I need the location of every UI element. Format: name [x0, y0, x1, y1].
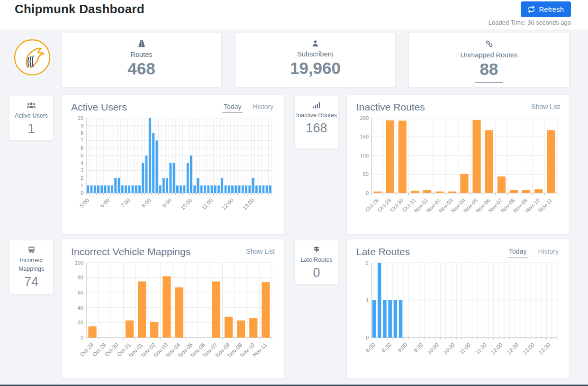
svg-text:8:00: 8:00 — [140, 197, 152, 209]
svg-text:100: 100 — [360, 153, 369, 158]
svg-text:100: 100 — [75, 260, 83, 266]
svg-text:5:00: 5:00 — [79, 197, 90, 209]
svg-text:12:00: 12:00 — [221, 197, 235, 211]
mini-card-inactive-routes: Inactive Routes 168 — [295, 96, 338, 148]
mini-label-incorrect-mappings: Incorrect Mappings — [9, 256, 53, 273]
tab-history-active-users[interactable]: History — [251, 103, 275, 113]
svg-text:13:00: 13:00 — [242, 197, 255, 211]
mini-card-incorrect-mappings: Incorrect Mappings 74 — [9, 240, 53, 294]
signal-bars-icon — [312, 101, 321, 110]
tab-today-late-routes[interactable]: Today — [507, 248, 528, 257]
mini-value-active-users: 1 — [9, 121, 53, 136]
svg-text:6:00: 6:00 — [99, 197, 110, 209]
svg-text:12:30: 12:30 — [506, 342, 520, 356]
stat-value-subscribers: 19,960 — [235, 59, 395, 78]
refresh-label: Refresh — [539, 5, 564, 13]
svg-text:2: 2 — [366, 260, 369, 266]
svg-text:0: 0 — [366, 335, 369, 340]
svg-text:50: 50 — [363, 171, 369, 177]
svg-text:10:00: 10:00 — [180, 197, 193, 211]
svg-text:2: 2 — [81, 175, 83, 181]
svg-text:Oct-30: Oct-30 — [104, 342, 119, 358]
mini-card-active-users: Active Users 1 — [9, 96, 53, 140]
stat-label-routes: Routes — [62, 51, 221, 58]
stat-label-unmapped: Unmapped Routes — [409, 51, 569, 59]
svg-text:Oct-30: Oct-30 — [389, 197, 405, 213]
panel-title-active-users: Active Users — [71, 101, 127, 113]
svg-text:5: 5 — [81, 153, 83, 158]
svg-text:1: 1 — [81, 183, 83, 188]
svg-text:1: 1 — [366, 297, 369, 303]
active-users-chart: 0123456789105:006:007:008:009:0010:0011:… — [71, 114, 275, 225]
stat-value-unmapped: 88 — [409, 60, 569, 79]
stat-card-subscribers: Subscribers 19,960 — [235, 33, 395, 87]
stat-value-routes: 468 — [62, 60, 221, 78]
svg-text:6: 6 — [81, 145, 83, 151]
svg-text:0: 0 — [81, 335, 83, 340]
svg-text:150: 150 — [360, 134, 369, 139]
refresh-icon — [528, 6, 535, 13]
svg-text:Oct-28: Oct-28 — [79, 342, 95, 358]
svg-text:Oct-28: Oct-28 — [364, 197, 380, 213]
svg-text:13:00: 13:00 — [522, 342, 535, 356]
users-group-icon — [27, 101, 36, 110]
incorrect-mappings-chart: 020406080100Oct-28Oct-29Oct-30Oct-31Nov-… — [71, 259, 275, 370]
loaded-time: Loaded Time: 36 seconds ago — [488, 19, 571, 26]
panel-inactive-routes: Inactive Routes Show List 050100150200Oc… — [347, 95, 570, 234]
user-icon — [311, 39, 319, 49]
mini-label-late-routes: Late Routes — [295, 256, 338, 264]
svg-text:40: 40 — [78, 305, 83, 311]
active-users-tabs: Today History — [222, 101, 275, 113]
late-routes-tabs: Today History — [507, 246, 560, 257]
tab-history-late-routes[interactable]: History — [536, 248, 560, 257]
inactive-routes-chart: 050100150200Oct-28Oct-29Oct-30Oct-31Nov-… — [356, 114, 560, 225]
svg-text:9:30: 9:30 — [412, 342, 424, 353]
svg-text:8:00: 8:00 — [365, 342, 376, 353]
panel-active-users: Active Users Today History 0123456789105… — [62, 95, 284, 234]
svg-text:13:30: 13:30 — [538, 342, 552, 356]
panel-late-routes: Late Routes Today History 0128:008:309:0… — [347, 239, 570, 378]
mini-value-inactive-routes: 168 — [295, 121, 338, 136]
mini-card-late-routes: Late Routes 0 — [295, 240, 338, 284]
svg-text:11:00: 11:00 — [458, 342, 471, 355]
svg-text:10:00: 10:00 — [426, 342, 440, 356]
map-signs-icon — [313, 246, 320, 254]
svg-text:20: 20 — [78, 320, 83, 325]
svg-text:Oct-29: Oct-29 — [377, 197, 392, 213]
svg-text:80: 80 — [78, 275, 83, 280]
road-icon — [137, 39, 146, 49]
panel-title-inactive-routes: Inactive Routes — [356, 101, 425, 113]
svg-text:Nov-11: Nov-11 — [537, 197, 553, 213]
stat-card-routes: Routes 468 — [62, 33, 221, 87]
svg-text:10:30: 10:30 — [442, 342, 456, 356]
svg-text:60: 60 — [78, 290, 83, 295]
mini-label-inactive-routes: Inactive Routes — [295, 111, 338, 119]
svg-text:0: 0 — [81, 190, 83, 196]
mini-value-incorrect-mappings: 74 — [9, 275, 53, 289]
svg-text:7:00: 7:00 — [120, 197, 131, 209]
show-list-link-inactive[interactable]: Show List — [531, 101, 560, 110]
svg-text:12:00: 12:00 — [490, 342, 504, 356]
panel-incorrect-mappings: Incorrect Vehicle Mappings Show List 020… — [62, 239, 284, 378]
svg-text:Nov-11: Nov-11 — [252, 342, 268, 358]
tab-today-active-users[interactable]: Today — [222, 103, 243, 113]
svg-text:8: 8 — [81, 130, 83, 136]
svg-text:11:30: 11:30 — [474, 342, 488, 355]
svg-text:8:30: 8:30 — [380, 342, 392, 353]
stat-label-subscribers: Subscribers — [235, 50, 395, 58]
svg-text:3: 3 — [81, 167, 83, 173]
svg-text:11:00: 11:00 — [200, 197, 214, 211]
svg-text:0: 0 — [366, 190, 369, 196]
svg-text:4: 4 — [81, 160, 83, 166]
svg-text:9:00: 9:00 — [161, 197, 172, 209]
header: Chipmunk Dashboard Refresh Loaded Time: … — [0, 0, 588, 29]
bus-icon — [27, 246, 36, 254]
unmapped-underline — [475, 82, 503, 83]
chipmunk-logo — [13, 38, 51, 76]
show-list-link-incorrect[interactable]: Show List — [246, 246, 275, 255]
svg-text:Oct-29: Oct-29 — [91, 342, 107, 358]
mini-label-active-users: Active Users — [9, 111, 53, 120]
svg-text:9:00: 9:00 — [397, 342, 408, 353]
refresh-button[interactable]: Refresh — [521, 1, 571, 17]
svg-text:10: 10 — [78, 115, 83, 121]
